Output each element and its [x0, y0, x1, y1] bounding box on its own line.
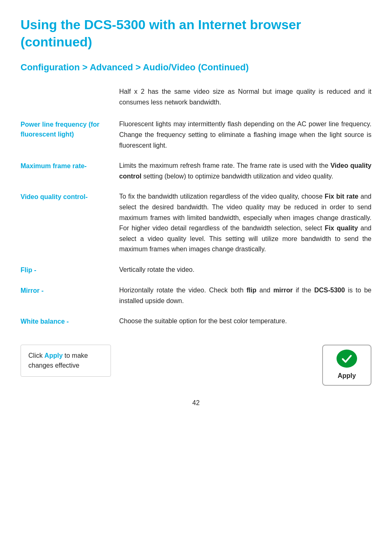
- desc-vq-bold2: Fix quality: [325, 225, 358, 232]
- entry-flip: Flip - Vertically rotate the video.: [21, 264, 371, 275]
- desc-mirror-part2: and: [256, 287, 273, 294]
- entry-max-frame-rate: Maximum frame rate- Limits the maximum r…: [21, 160, 371, 181]
- section-header: Configuration > Advanced > Audio/Video (…: [21, 60, 371, 74]
- checkmark-svg: [341, 352, 353, 365]
- entry-mirror: Mirror - Horizontally rotate the video. …: [21, 285, 371, 306]
- intro-text: Half x 2 has the same video size as Norm…: [119, 86, 371, 107]
- desc-vq-bold1: Fix bit rate: [325, 193, 358, 200]
- desc-mfr-part2: setting (below) to optimize bandwidth ut…: [141, 173, 333, 180]
- click-apply-text1: Click: [28, 352, 44, 359]
- label-power-line: Power line frequency (for fluorescent li…: [21, 119, 119, 151]
- click-apply-bold: Apply: [44, 352, 62, 359]
- apply-checkmark-icon: [337, 350, 357, 368]
- desc-flip: Vertically rotate the video.: [119, 264, 371, 275]
- desc-mirror-bold2: mirror: [273, 287, 293, 294]
- desc-mirror-part1: Horizontally rotate the video. Check bot…: [119, 287, 247, 294]
- desc-mfr-part1: Limits the maximum refresh frame rate. T…: [119, 162, 330, 169]
- entry-power-line: Power line frequency (for fluorescent li…: [21, 119, 371, 151]
- bottom-section: Click Apply to make changes effective Ap…: [21, 345, 371, 386]
- desc-video-quality: To fix the bandwidth utilization regardl…: [119, 191, 371, 255]
- intro-bold-half: Half x 2: [119, 88, 145, 95]
- label-mirror: Mirror -: [21, 285, 119, 306]
- desc-mirror: Horizontally rotate the video. Check bot…: [119, 285, 371, 306]
- page-number: 42: [21, 398, 371, 408]
- label-video-quality: Video quality control-: [21, 191, 119, 255]
- intro-text-part2: has the same video size as: [145, 88, 238, 95]
- label-max-frame-rate: Maximum frame rate-: [21, 160, 119, 181]
- entry-video-quality: Video quality control- To fix the bandwi…: [21, 191, 371, 255]
- intro-bold-normal: Normal: [238, 88, 259, 95]
- desc-white-balance: Choose the suitable option for the best …: [119, 316, 371, 327]
- desc-power-line: Fluorescent lights may intermittently fl…: [119, 119, 371, 151]
- apply-label: Apply: [338, 371, 356, 381]
- desc-max-frame-rate: Limits the maximum refresh frame rate. T…: [119, 160, 371, 181]
- label-flip: Flip -: [21, 264, 119, 275]
- desc-vq-part1: To fix the bandwidth utilization regardl…: [119, 193, 325, 200]
- page-title: Using the DCS-5300 with an Internet brow…: [21, 16, 371, 51]
- label-white-balance: White balance -: [21, 316, 119, 327]
- desc-mirror-bold1: flip: [247, 287, 256, 294]
- desc-mirror-bold3: DCS-5300: [314, 287, 345, 294]
- click-apply-box: Click Apply to make changes effective: [21, 345, 111, 377]
- entry-white-balance: White balance - Choose the suitable opti…: [21, 316, 371, 327]
- apply-button[interactable]: Apply: [322, 345, 371, 386]
- content-section: Power line frequency (for fluorescent li…: [21, 119, 371, 336]
- desc-mirror-part3: if the: [293, 287, 314, 294]
